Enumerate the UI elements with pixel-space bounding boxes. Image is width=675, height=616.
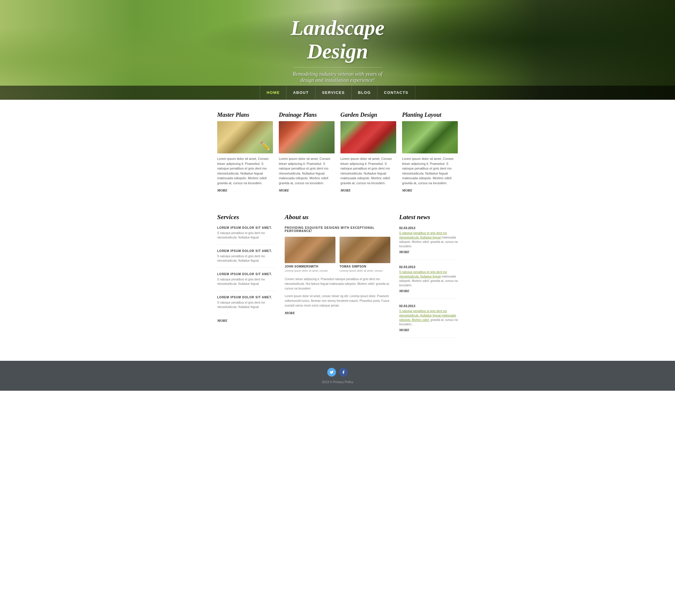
team-name-john: JOHN SOMMERSMITH <box>285 265 335 268</box>
about-text-2: Lorem ipsum dolor sit amet, consec tetue… <box>285 294 390 308</box>
card-title-drainage-plans: Drainage Plans <box>279 111 334 118</box>
news-more-3[interactable]: MORE <box>399 328 458 332</box>
service-item-3: LOREM IPSUM DOLOR SIT AMET. S natoque pe… <box>217 272 276 291</box>
twitter-icon[interactable] <box>327 368 336 377</box>
team-row: JOHN SOMMERSMITH Loremp ipsum dolor sit … <box>285 237 390 273</box>
about-more-link[interactable]: MORE <box>285 311 390 315</box>
hero-title: Landscape Design <box>291 16 384 63</box>
about-subtitle: PROVIDING EXQUISITE DESIGNS WITH EXCEPTI… <box>285 226 390 233</box>
card-title-master-plans: Master Plans <box>217 111 273 118</box>
card-planting-layout: Planting Layout Lorem ipsum dolor sit am… <box>402 111 458 193</box>
nav-services[interactable]: SERVICES <box>315 86 352 100</box>
facebook-icon[interactable] <box>339 368 348 377</box>
hero-divider <box>294 67 381 68</box>
news-item-2: 02.03.2013 S natoque penatibus et gnis d… <box>399 265 458 299</box>
service-item-4: LOREM IPSUM DOLOR SIT AMET. S natoque pe… <box>217 296 276 314</box>
service-title-2: LOREM IPSUM DOLOR SIT AMET. <box>217 249 276 253</box>
news-date-3: 02.03.2013 <box>399 304 458 308</box>
service-text-2: S natoque penatibus et gnis dent mo ntes… <box>217 254 276 263</box>
card-image-drainage-plans <box>279 121 334 153</box>
service-text-4: S natoque penatibus et gnis dent mo ntes… <box>217 300 276 309</box>
cards-row: Master Plans Lorem ipsum dolor sit amet,… <box>217 111 458 193</box>
card-more-planting-layout[interactable]: MORE <box>402 188 458 193</box>
news-title: Latest news <box>399 213 458 221</box>
news-more-2[interactable]: MORE <box>399 289 458 293</box>
service-text-3: S natoque penatibus et gnis dent mo ntes… <box>217 277 276 286</box>
service-title-3: LOREM IPSUM DOLOR SIT AMET. <box>217 272 276 276</box>
card-drainage-plans: Drainage Plans Lorem ipsum dolor sit ame… <box>279 111 334 193</box>
team-photo-john <box>285 237 335 263</box>
team-bio-tomas: Loremp ipsum dolor sit amet, consec. <box>340 269 390 273</box>
news-date-1: 02.03.2013 <box>399 226 458 230</box>
card-text-master-plans: Lorem ipsum dolor sit amet, Consec tetue… <box>217 156 273 185</box>
team-photo-tomas <box>340 237 390 263</box>
service-item-1: LOREM IPSUM DOLOR SIT AMET. S natoque pe… <box>217 226 276 245</box>
news-item-3: 02.03.2013 S natoque penatibus et gnis d… <box>399 304 458 338</box>
card-image-planting-layout <box>402 121 458 153</box>
services-title: Services <box>217 213 276 221</box>
card-image-master-plans <box>217 121 273 153</box>
card-title-garden-design: Garden Design <box>341 111 396 118</box>
card-more-drainage-plans[interactable]: MORE <box>279 188 334 193</box>
news-column: Latest news 02.03.2013 S natoque penatib… <box>399 213 458 343</box>
card-text-drainage-plans: Lorem ipsum dolor sit amet, Consec tetue… <box>279 156 334 185</box>
about-column: About us PROVIDING EXQUISITE DESIGNS WIT… <box>285 213 390 343</box>
news-text-1: S natoque penatibus et gnis dent mo ntes… <box>399 231 458 249</box>
services-column: Services LOREM IPSUM DOLOR SIT AMET. S n… <box>217 213 276 343</box>
card-text-planting-layout: Lorem ipsum dolor sit amet, Consec tetue… <box>402 156 458 185</box>
main-content: Master Plans Lorem ipsum dolor sit amet,… <box>211 100 464 361</box>
navigation: HOME ABOUT SERVICES BLOG CONTACTS <box>0 86 675 100</box>
service-text-1: S natoque penatibus et gnis dent mo ntes… <box>217 231 276 240</box>
service-title-4: LOREM IPSUM DOLOR SIT AMET. <box>217 296 276 299</box>
nav-about[interactable]: ABOUT <box>286 86 315 100</box>
services-more-link[interactable]: MORE <box>217 319 276 323</box>
footer-copyright: 2013 © Privacy Policy <box>6 380 669 384</box>
service-item-2: LOREM IPSUM DOLOR SIT AMET. S natoque pe… <box>217 249 276 268</box>
card-image-garden-design <box>341 121 396 153</box>
card-more-master-plans[interactable]: MORE <box>217 188 273 193</box>
news-date-2: 02.03.2013 <box>399 265 458 269</box>
card-more-garden-design[interactable]: MORE <box>341 188 396 193</box>
hero-section: Landscape Design Remodeling industry vet… <box>0 0 675 100</box>
nav-blog[interactable]: BLOG <box>352 86 378 100</box>
card-text-garden-design: Lorem ipsum dolor sit amet, Consec tetue… <box>341 156 396 185</box>
nav-home[interactable]: HOME <box>260 86 286 100</box>
team-name-tomas: TOMAS SIMPSON <box>340 265 390 268</box>
news-text-3: S natoque penatibus et gnis dent mo ntes… <box>399 309 458 327</box>
about-title: About us <box>285 213 390 221</box>
about-text-1: Consec tetuer adipiscing it. Praesebul n… <box>285 277 390 291</box>
team-member-john: JOHN SOMMERSMITH Loremp ipsum dolor sit … <box>285 237 335 273</box>
news-text-2: S natoque penatibus et gnis dent mo ntes… <box>399 270 458 287</box>
team-member-tomas: TOMAS SIMPSON Loremp ipsum dolor sit ame… <box>340 237 390 273</box>
news-item-1: 02.03.2013 S natoque penatibus et gnis d… <box>399 226 458 260</box>
card-title-planting-layout: Planting Layout <box>402 111 458 118</box>
hero-subtitle: Remodeling industry veteran with years o… <box>293 71 382 83</box>
service-title-1: LOREM IPSUM DOLOR SIT AMET. <box>217 226 276 230</box>
card-master-plans: Master Plans Lorem ipsum dolor sit amet,… <box>217 111 273 193</box>
footer: 2013 © Privacy Policy <box>0 361 675 391</box>
card-garden-design: Garden Design Lorem ipsum dolor sit amet… <box>341 111 396 193</box>
team-bio-john: Loremp ipsum dolor sit amet, consec. <box>285 269 335 273</box>
news-more-1[interactable]: MORE <box>399 250 458 254</box>
bottom-section: Services LOREM IPSUM DOLOR SIT AMET. S n… <box>217 207 458 355</box>
nav-contacts[interactable]: CONTACTS <box>377 86 415 100</box>
footer-social-icons <box>6 368 669 377</box>
